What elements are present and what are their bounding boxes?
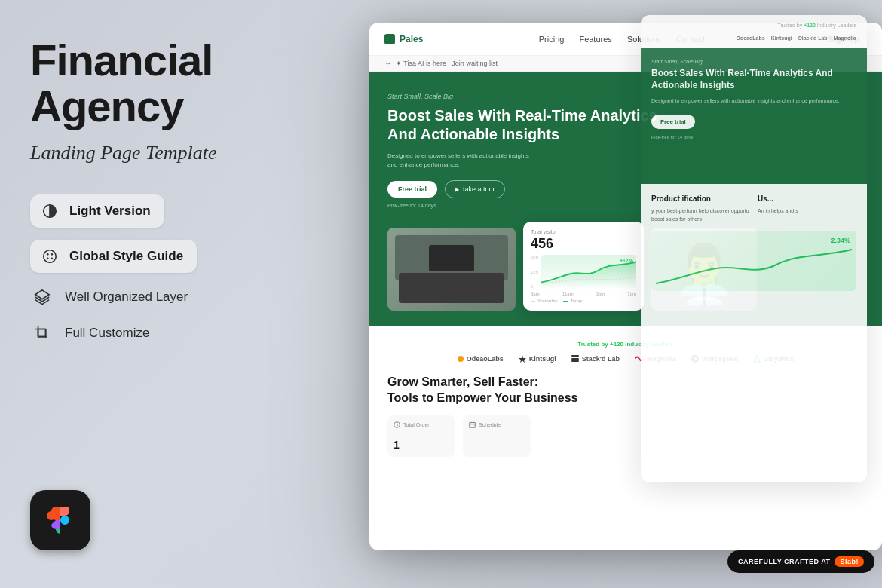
logo-kintsugi: Kintsugi	[519, 355, 556, 363]
legend-today: Today	[563, 299, 582, 303]
stacked-icon	[571, 355, 579, 363]
play-icon: ▶	[455, 186, 459, 193]
organized-layer-label: Well Organized Layer	[65, 289, 188, 305]
layers-icon	[30, 285, 54, 309]
chart-label: Total visitor	[531, 229, 636, 234]
hero-title: Boost Sales With Real-Time AnalyticsAnd …	[387, 106, 674, 144]
bw2-logo-2: Kintsugi	[771, 35, 792, 41]
bw2-risk-free: Risk-free for 14 days	[651, 135, 856, 139]
feature-global-style[interactable]: Global Style Guide	[30, 240, 317, 273]
y-label-0: 0	[531, 284, 538, 289]
feature-light-version[interactable]: Light Version	[30, 194, 317, 228]
desk-image	[387, 228, 516, 311]
feature-organized-layer: Well Organized Layer	[30, 285, 317, 309]
nav-logo-area: Pales	[384, 34, 423, 44]
bw2-hero-title: Boost Sales With Real-Time Analytics And…	[651, 68, 856, 91]
bw2-green-section: Start Small, Scale Big Boost Sales With …	[641, 48, 867, 184]
tour-label: take a tour	[463, 185, 495, 193]
svg-point-2	[47, 253, 49, 256]
stacked-bar-2	[571, 358, 579, 360]
page-title: FinancialAgency	[30, 38, 317, 130]
tick-7pm: 7pm	[627, 292, 636, 296]
bw2-chart-mini: 2.34%	[651, 231, 856, 291]
y-label-125: 125	[531, 270, 538, 274]
bw2-small-text: Start Small, Scale Big	[651, 59, 856, 64]
secondary-browser-window: Trusted by +120 Industry Leaders OdeaoLa…	[641, 15, 867, 482]
svg-point-3	[51, 253, 53, 256]
stacked-bar-1	[571, 355, 579, 357]
calendar-icon	[469, 421, 476, 428]
tick-8am: 8am	[531, 292, 540, 296]
total-order-value: 1	[394, 439, 449, 451]
bw2-user-desc: An in helps and s	[758, 207, 856, 216]
y-labels: 250 125 0 +12%	[531, 255, 636, 289]
palette-svg	[41, 248, 58, 265]
calculator	[399, 282, 444, 305]
palette-circle-icon	[38, 244, 62, 268]
legend-yesterday: Yesterday	[531, 299, 557, 303]
chart-legend: Yesterday Today	[531, 299, 636, 303]
bw2-trial-button[interactable]: Free trial	[651, 115, 695, 129]
bw2-logo-4: Magnolia	[834, 35, 856, 41]
card-header: Total Order	[394, 421, 449, 428]
crop-svg	[34, 325, 51, 341]
take-tour-button[interactable]: ▶ take a tour	[445, 180, 505, 198]
free-trial-button[interactable]: Free trial	[387, 181, 437, 198]
legend-dot-yesterday	[531, 301, 535, 302]
chart-ticks: 8am 11am 3pm 7pm	[531, 292, 636, 296]
trusted-text: Trusted by	[577, 341, 610, 348]
svg-point-4	[47, 257, 49, 259]
bw2-top-bar: Trusted by +120 Industry Leaders OdeaoLa…	[641, 15, 867, 48]
stacked-bar-3	[571, 360, 579, 362]
total-order-label: Total Order	[403, 422, 430, 427]
bw2-user-title: Us...	[758, 194, 856, 203]
bw2-trusted-count: +120	[804, 23, 816, 28]
crop-icon	[30, 321, 54, 345]
chart-area: +12%	[541, 255, 636, 289]
total-order-card: Total Order 1	[387, 415, 455, 457]
y-label-250: 250	[531, 255, 538, 259]
features-list: Light Version Global Style Guide	[30, 194, 317, 345]
browser-mockup: Pales Pricing Features Solutions Contact…	[369, 23, 882, 588]
calendar-card: Schedule	[463, 415, 531, 457]
tick-11am: 11am	[562, 292, 574, 296]
desk-laptop	[395, 235, 508, 280]
trusted-count: +120	[610, 341, 623, 348]
bw2-white-content: Product ification y your best-perform he…	[641, 184, 867, 302]
announce-arrow: →	[384, 60, 391, 67]
bw2-trusted-label: Trusted by +120 Industry Leaders	[651, 23, 856, 28]
bw2-content-row: Product ification y your best-perform he…	[651, 194, 856, 231]
nav-features[interactable]: Features	[579, 35, 611, 44]
chart-value: 456	[531, 236, 636, 252]
global-style-label: Global Style Guide	[69, 249, 183, 264]
feature-full-customize: Full Customize	[30, 321, 317, 345]
circle-half-icon	[38, 199, 62, 223]
bw2-logo-1: OdeaoLabs	[737, 35, 765, 41]
full-customize-label: Full Customize	[65, 326, 149, 341]
bw2-product-desc: y your best-perform help discover opport…	[651, 207, 750, 223]
chart-line-svg	[541, 255, 636, 289]
crafted-badge: CAREFULLY CRAFTED AT Slab!	[727, 550, 874, 573]
nav-logo-text: Pales	[400, 34, 423, 44]
svg-point-1	[44, 250, 57, 263]
layers-svg	[34, 289, 51, 305]
tick-3pm: 3pm	[596, 292, 605, 296]
laptop-screen	[429, 245, 474, 271]
slab-brand: Slab!	[835, 556, 864, 567]
svg-point-5	[51, 257, 53, 259]
feature-badge-light: Light Version	[30, 194, 164, 228]
logo-odeaolabs: OdeaoLabs	[458, 355, 504, 363]
bw2-logo-3: Stack'd Lab	[798, 35, 828, 41]
y-axis: 250 125 0	[531, 255, 538, 289]
nav-pricing[interactable]: Pricing	[539, 35, 565, 44]
bw2-logos: OdeaoLabs Kintsugi Stack'd Lab Magnolia	[651, 35, 856, 41]
bw2-percent: 2.34%	[831, 237, 850, 244]
announce-text: ✦ Tisa AI is here | Join waiting list	[396, 60, 498, 67]
bw2-hero-desc: Designed to empower sellers with actiona…	[651, 97, 856, 106]
odeao-dot	[458, 356, 464, 362]
svg-rect-10	[470, 422, 476, 427]
figma-icon	[30, 490, 90, 550]
bw2-product-section: Product ification y your best-perform he…	[651, 194, 750, 231]
nav-logo-icon	[384, 34, 395, 44]
figma-svg	[47, 507, 74, 534]
